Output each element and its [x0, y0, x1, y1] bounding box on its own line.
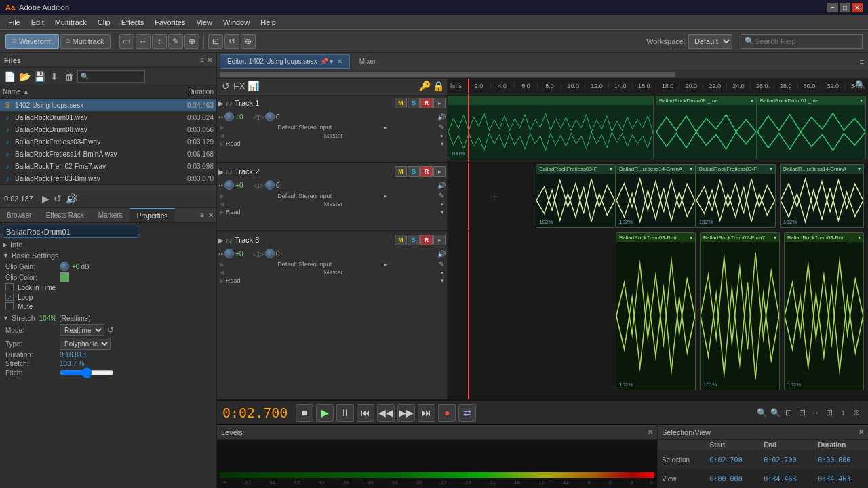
lock-in-time-checkbox[interactable] [5, 283, 14, 291]
add-track-button[interactable]: ↺ [220, 80, 232, 92]
track-2-pan-knob[interactable] [265, 180, 275, 190]
track-2-rec-button[interactable]: R [420, 166, 433, 177]
snap-tool[interactable]: ⊡ [208, 34, 223, 49]
record-button[interactable]: ● [438, 404, 456, 422]
levels-close-button[interactable]: ✕ [648, 428, 653, 436]
tab-markers[interactable]: Markers [92, 208, 130, 223]
track-1-clip-2[interactable]: BalladRockDrum08 _me ▾ [656, 96, 757, 159]
track-1-content[interactable]: 100% BalladRockDrum08 _me ▾ [448, 94, 868, 162]
track-1-read-dropdown[interactable]: ▾ [441, 140, 444, 147]
loop-button-small[interactable]: ↺ [54, 193, 62, 204]
maximize-button[interactable]: □ [840, 3, 850, 12]
track-1-read-arrow-left[interactable]: ▶ [220, 140, 224, 147]
track-mixer-button[interactable]: 📊 [247, 80, 259, 92]
track-2-input-arrow-right[interactable]: ▸ [384, 192, 387, 199]
zoom-full-button[interactable]: ⊞ [823, 407, 835, 419]
open-file-button[interactable]: 📂 [18, 70, 31, 83]
menu-file[interactable]: File [3, 17, 26, 28]
track-1-pan-knob[interactable] [265, 112, 275, 121]
track-1-input-arrow-right[interactable]: ▸ [384, 124, 387, 131]
stop-button[interactable]: ■ [296, 404, 313, 422]
track-1-expand[interactable]: ▶ [218, 100, 224, 107]
track-fx-button[interactable]: FX [233, 80, 245, 92]
import-button[interactable]: ⬇ [47, 70, 61, 83]
pitch-slider[interactable] [60, 369, 114, 377]
track-3-input-arrow-left[interactable]: ▶ [220, 261, 224, 268]
track-2-fx-button[interactable]: ▸ [433, 166, 446, 177]
track-2-output-arrow-left[interactable]: ◀ [220, 201, 224, 207]
zoom-in-button[interactable]: 🔍 [755, 407, 768, 419]
key-icon[interactable]: 🔑 [418, 80, 431, 92]
track-3-input-edit[interactable]: ✎ [439, 260, 444, 268]
zoom-to-fit-button[interactable]: 🔍 [855, 80, 865, 89]
selection-close-button[interactable]: ✕ [859, 428, 864, 436]
view-start[interactable]: 0:00.000 [706, 469, 760, 488]
pause-button[interactable]: ⏸ [336, 404, 354, 422]
track-2-read-arrow-left[interactable]: ▶ [220, 209, 224, 216]
tab-effects-rack[interactable]: Effects Rack [39, 208, 92, 223]
pencil-tool[interactable]: ⊕ [184, 34, 199, 49]
info-header[interactable]: ▶ Info [3, 241, 214, 249]
menu-clip[interactable]: Clip [92, 17, 116, 28]
menu-effects[interactable]: Effects [116, 17, 149, 28]
track-1-fx-button[interactable]: ▸ [433, 98, 446, 108]
track-3-rec-button[interactable]: R [420, 235, 433, 245]
workspace-dropdown[interactable]: Default [688, 34, 732, 49]
clip-color-swatch[interactable] [60, 272, 69, 282]
file-item[interactable]: ♪ BalladRockTrem03-Bmi.wav 0:03.070 [0, 172, 216, 184]
search-input[interactable] [741, 34, 863, 49]
editor-tab-close[interactable]: ✕ [337, 58, 342, 65]
file-item[interactable]: ♪ BalladRockFretless14-BminA.wav 0:06.16… [0, 148, 216, 160]
track-3-fx-button[interactable]: ▸ [433, 235, 446, 245]
move-tool[interactable]: ✎ [168, 34, 183, 49]
razor-tool[interactable]: ↔ [136, 34, 151, 49]
editor-tab-arrow[interactable]: ▾ [330, 58, 333, 65]
clip-name-input[interactable] [3, 226, 138, 238]
save-file-button[interactable]: 💾 [33, 70, 46, 83]
track-3-read-arrow-left[interactable]: ▶ [220, 277, 224, 284]
clip-gain-knob[interactable] [60, 262, 69, 271]
menu-multitrack[interactable]: Multitrack [50, 17, 92, 28]
zoom-out-button[interactable]: 🔍 [769, 407, 781, 419]
track-1-output-arrow-right[interactable]: ▸ [441, 132, 444, 139]
track-1-clip-1[interactable]: 100% [448, 96, 654, 159]
track-3-output-arrow-left[interactable]: ◀ [220, 269, 224, 276]
menu-edit[interactable]: Edit [26, 17, 50, 28]
track-1-input-edit[interactable]: ✎ [439, 123, 444, 131]
files-panel-close[interactable]: ✕ [207, 56, 212, 64]
track-3-clip-2[interactable]: BalladRockTrem02-Fma7 ▾ 101% [700, 232, 780, 390]
track-2-clip-1-dropdown[interactable]: ▾ [610, 166, 612, 172]
duration-column-header[interactable]: Duration [173, 88, 214, 96]
track-2-clip-3[interactable]: BalladRockFretless03-F ▾ 102% [696, 164, 776, 228]
track-3-clip-2-dropdown[interactable]: ▾ [774, 235, 776, 241]
mixer-tab[interactable]: Mixer [353, 54, 382, 69]
selection-end[interactable]: 0:02.700 [760, 450, 814, 469]
track-3-volume-knob[interactable] [224, 249, 234, 258]
tab-properties[interactable]: Properties [130, 208, 176, 223]
rewind-button[interactable]: ◀◀ [377, 404, 395, 422]
track-3-clip-3-dropdown[interactable]: ▾ [858, 235, 861, 241]
file-item[interactable]: ♪ BalladRockTrem02-Fma7.wav 0:03.098 [0, 160, 216, 172]
zoom-track-button[interactable]: ↕ [837, 407, 849, 419]
trim-tool[interactable]: ↕ [152, 34, 167, 49]
output-button-small[interactable]: 🔊 [66, 193, 77, 204]
track-1-output-arrow-left[interactable]: ◀ [220, 132, 224, 139]
mute-checkbox[interactable] [5, 302, 14, 310]
loop-checkbox[interactable]: ✓ [5, 293, 14, 301]
track-1-solo-button[interactable]: S [408, 98, 420, 108]
prev-button[interactable]: ⏮ [357, 404, 374, 422]
play-button-small[interactable]: ▶ [42, 193, 50, 204]
track-2-clip-4[interactable]: BalladR...retless14-BminA ▾ 102% [780, 164, 864, 228]
view-end[interactable]: 0:34.463 [760, 469, 814, 488]
name-column-header[interactable]: Name ▲ [3, 88, 173, 96]
minimize-button[interactable]: − [827, 3, 838, 12]
files-panel-menu[interactable]: ≡ [200, 56, 204, 64]
type-select[interactable]: Polyphonic [60, 338, 111, 350]
play-button[interactable]: ▶ [316, 404, 334, 422]
track-1-volume-knob[interactable] [224, 112, 234, 121]
clip-2-dropdown[interactable]: ▾ [751, 98, 753, 104]
file-item[interactable]: ♪ BalladRockFretless03-F.wav 0:03.129 [0, 136, 216, 148]
selection-duration[interactable]: 0:00.000 [814, 450, 868, 469]
files-hscroll[interactable] [0, 184, 216, 190]
track-2-clip-4-dropdown[interactable]: ▾ [858, 166, 861, 172]
